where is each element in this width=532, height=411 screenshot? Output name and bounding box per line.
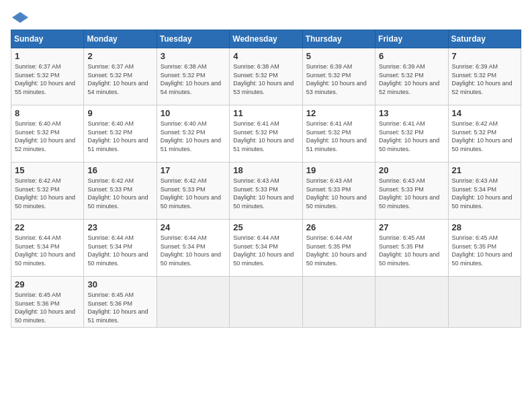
weekday-header-thursday: Thursday [302,30,375,48]
day-info: Sunrise: 6:42 AM Sunset: 5:32 PM Dayligh… [452,120,517,153]
day-info: Sunrise: 6:38 AM Sunset: 5:32 PM Dayligh… [233,62,298,96]
day-info: Sunrise: 6:41 AM Sunset: 5:32 PM Dayligh… [233,120,298,153]
day-number: 13 [379,108,444,118]
day-info: Sunrise: 6:43 AM Sunset: 5:33 PM Dayligh… [233,177,298,210]
day-info: Sunrise: 6:39 AM Sunset: 5:32 PM Dayligh… [379,62,444,96]
calendar-cell: 18 Sunrise: 6:43 AM Sunset: 5:33 PM Dayl… [230,163,302,220]
day-number: 6 [379,51,444,61]
calendar-cell: 4 Sunrise: 6:38 AM Sunset: 5:32 PM Dayli… [230,48,302,105]
calendar-cell: 30 Sunrise: 6:45 AM Sunset: 5:36 PM Dayl… [84,277,157,328]
day-info: Sunrise: 6:44 AM Sunset: 5:35 PM Dayligh… [306,234,371,267]
day-info: Sunrise: 6:44 AM Sunset: 5:34 PM Dayligh… [15,234,80,267]
day-number: 30 [87,279,152,289]
day-number: 15 [15,165,80,175]
calendar-cell: 7 Sunrise: 6:39 AM Sunset: 5:32 PM Dayli… [448,48,521,105]
logo [11,11,32,24]
day-number: 21 [452,165,517,175]
day-number: 27 [379,222,444,232]
calendar-header: SundayMondayTuesdayWednesdayThursdayFrid… [11,30,521,48]
day-info: Sunrise: 6:43 AM Sunset: 5:34 PM Dayligh… [452,177,517,210]
day-number: 28 [452,222,517,232]
day-info: Sunrise: 6:42 AM Sunset: 5:33 PM Dayligh… [87,177,152,210]
day-info: Sunrise: 6:43 AM Sunset: 5:33 PM Dayligh… [379,177,444,210]
day-number: 5 [306,51,371,61]
calendar-cell [302,277,375,328]
calendar-cell: 12 Sunrise: 6:41 AM Sunset: 5:32 PM Dayl… [302,105,375,163]
day-info: Sunrise: 6:40 AM Sunset: 5:32 PM Dayligh… [161,120,226,153]
calendar-cell: 5 Sunrise: 6:39 AM Sunset: 5:32 PM Dayli… [302,48,375,105]
weekday-header-saturday: Saturday [448,30,521,48]
day-number: 1 [15,51,80,61]
day-info: Sunrise: 6:44 AM Sunset: 5:34 PM Dayligh… [161,234,226,267]
header [11,11,521,24]
day-number: 4 [233,51,298,61]
day-number: 22 [15,222,80,232]
logo-icon [11,11,30,24]
day-number: 16 [87,165,152,175]
day-info: Sunrise: 6:43 AM Sunset: 5:33 PM Dayligh… [306,177,371,210]
day-number: 10 [161,108,226,118]
day-info: Sunrise: 6:42 AM Sunset: 5:33 PM Dayligh… [161,177,226,210]
day-info: Sunrise: 6:41 AM Sunset: 5:32 PM Dayligh… [379,120,444,153]
calendar-cell: 27 Sunrise: 6:45 AM Sunset: 5:35 PM Dayl… [375,220,448,277]
calendar-cell: 28 Sunrise: 6:45 AM Sunset: 5:35 PM Dayl… [448,220,521,277]
calendar-cell: 13 Sunrise: 6:41 AM Sunset: 5:32 PM Dayl… [375,105,448,163]
calendar-cell: 3 Sunrise: 6:38 AM Sunset: 5:32 PM Dayli… [157,48,229,105]
day-info: Sunrise: 6:45 AM Sunset: 5:35 PM Dayligh… [452,234,517,267]
day-info: Sunrise: 6:44 AM Sunset: 5:34 PM Dayligh… [87,234,152,267]
calendar-cell: 9 Sunrise: 6:40 AM Sunset: 5:32 PM Dayli… [84,105,157,163]
day-info: Sunrise: 6:39 AM Sunset: 5:32 PM Dayligh… [452,62,517,96]
calendar-cell: 11 Sunrise: 6:41 AM Sunset: 5:32 PM Dayl… [230,105,302,163]
day-number: 23 [87,222,152,232]
day-number: 25 [233,222,298,232]
calendar-cell: 6 Sunrise: 6:39 AM Sunset: 5:32 PM Dayli… [375,48,448,105]
calendar-cell: 16 Sunrise: 6:42 AM Sunset: 5:33 PM Dayl… [84,163,157,220]
day-info: Sunrise: 6:38 AM Sunset: 5:32 PM Dayligh… [161,62,226,96]
day-number: 12 [306,108,371,118]
day-number: 14 [452,108,517,118]
day-number: 19 [306,165,371,175]
day-number: 18 [233,165,298,175]
day-number: 2 [87,51,152,61]
calendar-cell: 22 Sunrise: 6:44 AM Sunset: 5:34 PM Dayl… [11,220,84,277]
calendar-cell: 8 Sunrise: 6:40 AM Sunset: 5:32 PM Dayli… [11,105,84,163]
calendar-cell: 26 Sunrise: 6:44 AM Sunset: 5:35 PM Dayl… [302,220,375,277]
calendar-table: SundayMondayTuesdayWednesdayThursdayFrid… [11,30,521,328]
day-number: 9 [87,108,152,118]
calendar-cell: 23 Sunrise: 6:44 AM Sunset: 5:34 PM Dayl… [84,220,157,277]
weekday-header-sunday: Sunday [11,30,84,48]
calendar-cell: 24 Sunrise: 6:44 AM Sunset: 5:34 PM Dayl… [157,220,229,277]
calendar-cell: 14 Sunrise: 6:42 AM Sunset: 5:32 PM Dayl… [448,105,521,163]
day-info: Sunrise: 6:44 AM Sunset: 5:34 PM Dayligh… [233,234,298,267]
day-info: Sunrise: 6:45 AM Sunset: 5:36 PM Dayligh… [87,291,152,324]
calendar-cell [230,277,302,328]
calendar-cell: 21 Sunrise: 6:43 AM Sunset: 5:34 PM Dayl… [448,163,521,220]
calendar-cell: 29 Sunrise: 6:45 AM Sunset: 5:36 PM Dayl… [11,277,84,328]
day-number: 24 [161,222,226,232]
calendar-cell: 1 Sunrise: 6:37 AM Sunset: 5:32 PM Dayli… [11,48,84,105]
calendar-cell: 20 Sunrise: 6:43 AM Sunset: 5:33 PM Dayl… [375,163,448,220]
day-number: 11 [233,108,298,118]
day-info: Sunrise: 6:41 AM Sunset: 5:32 PM Dayligh… [306,120,371,153]
day-number: 17 [161,165,226,175]
day-info: Sunrise: 6:42 AM Sunset: 5:32 PM Dayligh… [15,177,80,210]
day-info: Sunrise: 6:45 AM Sunset: 5:35 PM Dayligh… [379,234,444,267]
calendar-cell: 10 Sunrise: 6:40 AM Sunset: 5:32 PM Dayl… [157,105,229,163]
day-number: 7 [452,51,517,61]
calendar-cell: 2 Sunrise: 6:37 AM Sunset: 5:32 PM Dayli… [84,48,157,105]
weekday-header-wednesday: Wednesday [230,30,302,48]
calendar-cell [157,277,229,328]
day-number: 29 [15,279,80,289]
weekday-header-friday: Friday [375,30,448,48]
day-info: Sunrise: 6:40 AM Sunset: 5:32 PM Dayligh… [87,120,152,153]
calendar-cell: 25 Sunrise: 6:44 AM Sunset: 5:34 PM Dayl… [230,220,302,277]
day-number: 20 [379,165,444,175]
calendar-cell: 19 Sunrise: 6:43 AM Sunset: 5:33 PM Dayl… [302,163,375,220]
day-number: 3 [161,51,226,61]
calendar-cell [375,277,448,328]
day-info: Sunrise: 6:37 AM Sunset: 5:32 PM Dayligh… [87,62,152,96]
day-info: Sunrise: 6:40 AM Sunset: 5:32 PM Dayligh… [15,120,80,153]
day-info: Sunrise: 6:45 AM Sunset: 5:36 PM Dayligh… [15,291,80,324]
day-info: Sunrise: 6:39 AM Sunset: 5:32 PM Dayligh… [306,62,371,96]
weekday-header-monday: Monday [84,30,157,48]
